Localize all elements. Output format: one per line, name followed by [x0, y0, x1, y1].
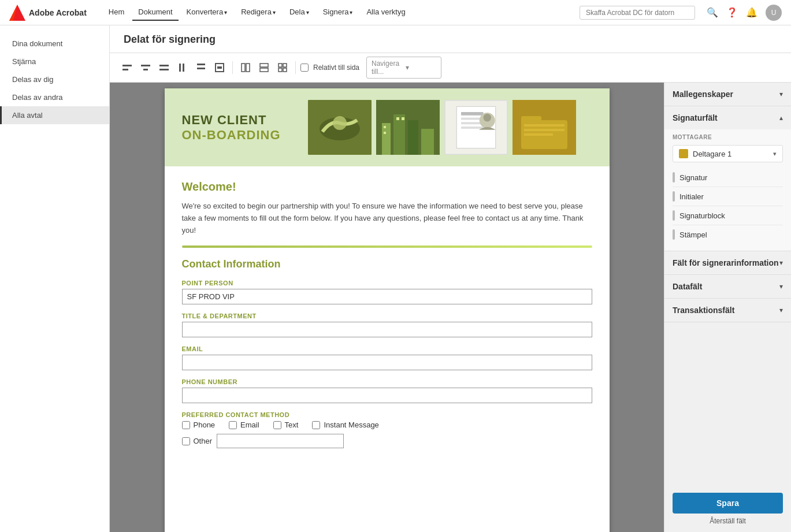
relative-to-page-checkbox[interactable] — [300, 64, 309, 72]
other-text-input[interactable] — [217, 434, 344, 448]
banner-img-doc — [444, 100, 508, 155]
nav-icons: 🔍 ❓ 🔔 U — [707, 5, 782, 21]
toolbar-icon-2[interactable] — [138, 59, 154, 76]
field-item-signatur[interactable]: Signatur — [673, 168, 783, 187]
toolbar-icon-5[interactable] — [193, 59, 209, 76]
chevron-down-icon-transaktionsfalt: ▾ — [779, 306, 783, 314]
sidebar-item-delas-av-dig[interactable]: Delas av dig — [0, 70, 109, 88]
nav-hem[interactable]: Hem — [103, 4, 130, 21]
checkbox-other[interactable] — [182, 437, 190, 445]
panel-section-mallegenskaper: Mallegenskaper ▾ — [664, 83, 791, 106]
field-item-initialer[interactable]: Initialer — [673, 187, 783, 206]
toolbar-divider-2 — [295, 61, 296, 74]
field-item-signaturblock[interactable]: Signaturblock — [673, 206, 783, 225]
sidebar-item-alla-avtal[interactable]: Alla avtal — [0, 106, 109, 124]
sidebar-item-stjarna[interactable]: Stjärna — [0, 53, 109, 70]
sidebar: Dina dokument Stjärna Delas av dig Delas… — [0, 25, 110, 532]
toolbar-icon-8[interactable] — [256, 59, 272, 76]
svg-rect-46 — [524, 129, 565, 131]
reset-button[interactable]: Återställ fält — [673, 517, 783, 525]
svg-rect-27 — [393, 114, 405, 155]
panel-section-header-signerarinfo[interactable]: Fält för signerarinformation ▾ — [664, 251, 791, 274]
svg-rect-11 — [197, 68, 205, 69]
nav-redigera[interactable]: Redigera▾ — [235, 4, 281, 21]
toolbar-icon-6[interactable] — [211, 59, 228, 76]
participant-dot — [679, 149, 688, 158]
checkbox-instant-message[interactable] — [312, 421, 320, 429]
save-button[interactable]: Spara — [673, 493, 783, 514]
form-input-phone[interactable] — [182, 388, 592, 403]
nav-search-input[interactable] — [580, 6, 695, 20]
panel-section-header-mallegenskaper[interactable]: Mallegenskaper ▾ — [664, 83, 791, 106]
page-header: Delat för signering — [110, 25, 791, 53]
panel-title-signerarinfo: Fält för signerarinformation — [673, 258, 779, 267]
drag-handle-stampel — [673, 229, 675, 240]
panel-section-header-signaturfalt[interactable]: Signaturfält ▴ — [664, 106, 791, 129]
svg-rect-31 — [384, 132, 386, 134]
panel-title-signaturfalt: Signaturfält — [673, 113, 718, 122]
toolbar-icon-3[interactable] — [156, 59, 172, 76]
top-nav: Adobe Acrobat Hem Dokument Konvertera▾ R… — [0, 0, 791, 25]
nav-dela[interactable]: Dela▾ — [284, 4, 315, 21]
checkbox-phone-label: Phone — [194, 421, 216, 429]
help-icon[interactable]: ❓ — [726, 7, 738, 18]
checkbox-email[interactable] — [229, 421, 237, 429]
panel-section-signaturfalt: Signaturfält ▴ MOTTAGARE Deltagare 1 ▾ — [664, 106, 791, 251]
banner-img-handshake — [308, 100, 372, 155]
svg-rect-33 — [402, 117, 404, 120]
field-label-stampel: Stämpel — [679, 230, 707, 239]
field-label-initialer: Initialer — [679, 192, 704, 201]
toolbar-icon-1[interactable] — [119, 59, 135, 76]
sidebar-item-delas-av-andra[interactable]: Delas av andra — [0, 88, 109, 106]
form-input-email[interactable] — [182, 355, 592, 370]
search-icon[interactable]: 🔍 — [707, 7, 718, 18]
panel-section-signerarinfo: Fält för signerarinformation ▾ — [664, 251, 791, 275]
checkbox-text-label: Text — [285, 421, 299, 429]
doc-content: Welcome! We're so excited to begin our p… — [165, 166, 610, 470]
svg-rect-3 — [122, 69, 128, 70]
chevron-down-icon-datafalt: ▾ — [779, 282, 783, 291]
field-item-stampel[interactable]: Stämpel — [673, 225, 783, 244]
nav-signera[interactable]: Signera▾ — [317, 4, 359, 21]
toolbar-icon-7[interactable] — [237, 59, 254, 76]
form-input-point-person[interactable] — [182, 289, 592, 304]
avatar[interactable]: U — [766, 5, 782, 21]
app-logo: Adobe Acrobat — [9, 5, 87, 21]
checkbox-item-email: Email — [229, 421, 259, 429]
form-input-title-dept[interactable] — [182, 322, 592, 337]
svg-rect-14 — [242, 64, 245, 72]
nav-dokument[interactable]: Dokument — [132, 4, 178, 21]
sidebar-item-dina-dokument[interactable]: Dina dokument — [0, 35, 109, 53]
participant-row[interactable]: Deltagare 1 ▾ — [673, 145, 783, 162]
panel-section-body-signaturfalt: MOTTAGARE Deltagare 1 ▾ Signatur — [664, 129, 791, 251]
relative-to-page-label: Relativt till sida — [313, 64, 359, 72]
checkbox-phone[interactable] — [182, 421, 190, 429]
field-items-list: Signatur Initialer Signaturblock — [673, 168, 783, 244]
checkbox-row-contact: Phone Email Text — [182, 421, 592, 429]
navigate-dropdown[interactable]: Navigera till... ▾ — [366, 57, 441, 79]
toolbar-icon-9[interactable] — [274, 59, 291, 76]
nav-alla-verktyg[interactable]: Alla verktyg — [361, 4, 411, 21]
toolbar-icon-4[interactable] — [174, 59, 191, 76]
svg-rect-2 — [122, 65, 132, 66]
nav-konvertera[interactable]: Konvertera▾ — [181, 4, 233, 21]
checkbox-item-instant-message: Instant Message — [312, 421, 378, 429]
svg-rect-36 — [461, 112, 484, 116]
checkbox-email-label: Email — [240, 421, 259, 429]
svg-rect-15 — [246, 64, 250, 72]
panel-section-header-datafalt[interactable]: Datafält ▾ — [664, 275, 791, 298]
panel-title-datafalt: Datafält — [673, 282, 702, 291]
checkbox-text[interactable] — [273, 421, 281, 429]
svg-rect-10 — [197, 64, 205, 65]
bell-icon[interactable]: 🔔 — [746, 7, 757, 18]
doc-view[interactable]: NEW CLIENT ON-BOARDING — [110, 83, 664, 532]
panel-title-transaktionsfalt: Transaktionsfält — [673, 306, 734, 315]
panel-section-datafalt: Datafält ▾ — [664, 275, 791, 299]
page-title: Delat för signering — [124, 34, 777, 46]
doc-banner-images — [292, 100, 592, 155]
svg-rect-29 — [421, 129, 434, 155]
svg-rect-4 — [141, 65, 150, 66]
adobe-logo-icon — [9, 5, 25, 21]
panel-section-header-transaktionsfalt[interactable]: Transaktionsfält ▾ — [664, 299, 791, 322]
panel-section-transaktionsfalt: Transaktionsfält ▾ — [664, 299, 791, 322]
